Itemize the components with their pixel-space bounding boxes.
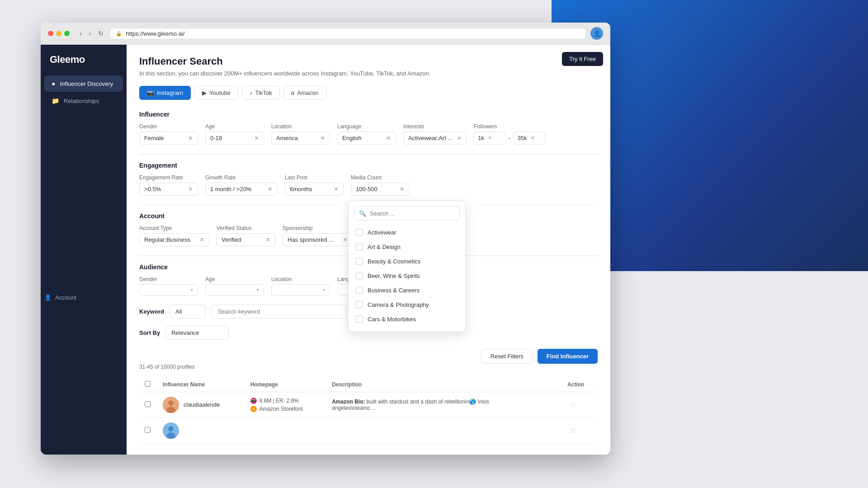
interest-item-beer[interactable]: Beer, Wine & Spirits bbox=[354, 268, 460, 283]
table-row: claudiaalende 📷 8.6M | ER: 2.8% a bbox=[139, 392, 598, 418]
avatar-image bbox=[163, 397, 179, 413]
last-post-group: Last Post 6months ✕ bbox=[285, 174, 344, 196]
audience-gender-chevron: ▾ bbox=[191, 287, 193, 292]
amazon-store-text: Amazon Storefont bbox=[259, 406, 303, 412]
gender-clear-icon[interactable]: ✕ bbox=[188, 135, 193, 141]
row-checkbox-cell bbox=[139, 392, 157, 418]
beer-checkbox[interactable] bbox=[356, 272, 363, 279]
interests-filter-group: Interests Activewear;Art ... ✕ bbox=[403, 123, 467, 145]
sidebar: Gleemo ● Influencer Discovery 📁 Relation… bbox=[41, 45, 127, 455]
verified-status-clear[interactable]: ✕ bbox=[265, 236, 270, 243]
media-count-clear[interactable]: ✕ bbox=[400, 186, 405, 192]
age-clear-icon[interactable]: ✕ bbox=[254, 135, 259, 141]
cars-checkbox[interactable] bbox=[356, 315, 363, 323]
instagram-label: Instagram bbox=[157, 89, 183, 96]
keyword-type-select[interactable]: All bbox=[170, 305, 206, 319]
select-all-checkbox[interactable] bbox=[145, 381, 151, 387]
amazon-label: Amazon bbox=[297, 89, 319, 96]
sidebar-item-influencer-discovery[interactable]: ● Influencer Discovery bbox=[44, 75, 123, 92]
gender-select[interactable]: Female ✕ bbox=[139, 131, 198, 145]
reset-filters-button[interactable]: Reset Filters bbox=[481, 349, 533, 364]
audience-gender-select[interactable]: ▾ bbox=[139, 284, 198, 296]
camera-checkbox[interactable] bbox=[356, 301, 363, 308]
address-bar[interactable]: 🔒 https://www.gleemo.ai/ bbox=[110, 28, 586, 39]
sort-label: Sort By bbox=[139, 329, 160, 336]
tab-tiktok[interactable]: ♪ TikTok bbox=[242, 86, 280, 100]
audience-location-chevron: ▾ bbox=[323, 287, 325, 292]
interest-item-activewear[interactable]: Activewear bbox=[354, 225, 460, 239]
table-header-row: Influencer Name Homepage Description Act… bbox=[139, 377, 598, 392]
back-button[interactable]: ‹ bbox=[78, 29, 84, 38]
interest-item-business[interactable]: Business & Careers bbox=[354, 283, 460, 297]
row-checkbox[interactable] bbox=[145, 401, 151, 407]
followers-max-input[interactable]: 35k ✕ bbox=[514, 131, 545, 145]
description-label: Amazon Bio: bbox=[332, 399, 365, 405]
engagement-rate-clear[interactable]: ✕ bbox=[188, 186, 193, 192]
location-select[interactable]: America ✕ bbox=[271, 131, 330, 145]
age-select[interactable]: 0-18 ✕ bbox=[205, 131, 264, 145]
media-count-select[interactable]: 100-500 ✕ bbox=[351, 183, 410, 196]
account-type-select[interactable]: Regular;Business ✕ bbox=[139, 233, 209, 246]
engagement-rate-select[interactable]: >0.5% ✕ bbox=[139, 183, 198, 196]
interests-select[interactable]: Activewear;Art ... ✕ bbox=[403, 131, 467, 145]
sponsorship-clear[interactable]: ✕ bbox=[343, 236, 348, 243]
interests-clear-icon[interactable]: ✕ bbox=[457, 135, 462, 141]
keyword-search-input[interactable] bbox=[211, 305, 347, 319]
interest-item-cars[interactable]: Cars & Motorbikes bbox=[354, 312, 460, 326]
close-button[interactable] bbox=[48, 31, 53, 36]
app-layout: Gleemo ● Influencer Discovery 📁 Relation… bbox=[41, 45, 610, 455]
minimize-button[interactable] bbox=[56, 31, 61, 36]
beauty-label: Beauty & Cosmetics bbox=[368, 258, 420, 265]
followers-max-clear[interactable]: ✕ bbox=[531, 135, 535, 141]
followers-min-clear[interactable]: ✕ bbox=[488, 135, 492, 141]
beauty-checkbox[interactable] bbox=[356, 258, 363, 265]
business-checkbox[interactable] bbox=[356, 286, 363, 294]
table-body: claudiaalende 📷 8.6M | ER: 2.8% a bbox=[139, 392, 598, 443]
audience-location-select[interactable]: ▾ bbox=[271, 284, 330, 296]
sidebar-item-label-discovery: Influencer Discovery bbox=[60, 80, 113, 87]
growth-rate-clear[interactable]: ✕ bbox=[268, 186, 273, 192]
row2-checkbox[interactable] bbox=[145, 427, 151, 433]
interest-item-camera[interactable]: Camera & Photography bbox=[354, 297, 460, 312]
gender-value: Female bbox=[144, 135, 164, 141]
forward-button[interactable]: › bbox=[87, 29, 93, 38]
sidebar-item-relationships[interactable]: 📁 Relationships bbox=[44, 93, 123, 109]
refresh-button[interactable]: ↻ bbox=[96, 29, 105, 38]
activewear-checkbox[interactable] bbox=[356, 229, 363, 236]
browser-chrome: ‹ › ↻ 🔒 https://www.gleemo.ai/ 👤 bbox=[41, 23, 610, 45]
keyword-label: Keyword bbox=[139, 308, 164, 315]
verified-status-select[interactable]: Verified ✕ bbox=[217, 233, 275, 246]
growth-rate-select[interactable]: 1 month / >20% ✕ bbox=[205, 183, 278, 196]
tab-youtube[interactable]: ▶ Youtube bbox=[194, 86, 238, 100]
location-clear-icon[interactable]: ✕ bbox=[320, 135, 325, 141]
try-free-button[interactable]: Try it Free bbox=[562, 52, 603, 66]
interest-item-beauty[interactable]: Beauty & Cosmetics bbox=[354, 254, 460, 268]
tiktok-label: TikTok bbox=[255, 89, 272, 96]
lock-icon: 🔒 bbox=[116, 31, 122, 37]
growth-rate-label: Growth Rate bbox=[205, 174, 278, 181]
tiktok-icon: ♪ bbox=[250, 89, 253, 96]
sidebar-account[interactable]: 👤 Account bbox=[41, 291, 127, 305]
cars-label: Cars & Motorbikes bbox=[368, 316, 416, 323]
sponsorship-select[interactable]: Has sponsored ... ✕ bbox=[283, 233, 353, 246]
favorite-button[interactable]: ☆ bbox=[567, 398, 578, 412]
language-clear-icon[interactable]: ✕ bbox=[386, 135, 391, 141]
user-profile-icon[interactable]: 👤 bbox=[590, 27, 603, 40]
art-design-checkbox[interactable] bbox=[356, 243, 363, 250]
interest-item-art-design[interactable]: Art & Design bbox=[354, 239, 460, 254]
last-post-clear[interactable]: ✕ bbox=[334, 186, 339, 192]
tab-amazon[interactable]: a Amazon bbox=[283, 86, 326, 100]
account-type-clear[interactable]: ✕ bbox=[199, 236, 204, 243]
maximize-button[interactable] bbox=[64, 31, 70, 36]
sort-select[interactable]: Relevance bbox=[165, 326, 229, 340]
last-post-select[interactable]: 6months ✕ bbox=[285, 183, 344, 196]
tab-instagram[interactable]: 📷 Instagram bbox=[139, 86, 191, 100]
audience-age-select[interactable]: ▾ bbox=[205, 284, 264, 296]
dropdown-search-input[interactable] bbox=[370, 210, 455, 217]
followers-range: 1k ✕ - 35k ✕ bbox=[474, 131, 545, 145]
followers-min-input[interactable]: 1k ✕ bbox=[474, 131, 505, 145]
language-select[interactable]: English ✕ bbox=[337, 131, 396, 145]
favorite-button-2[interactable]: ☆ bbox=[567, 424, 578, 437]
activewear-label: Activewear bbox=[368, 229, 396, 236]
find-influencer-button[interactable]: Find Influencer bbox=[538, 349, 598, 364]
